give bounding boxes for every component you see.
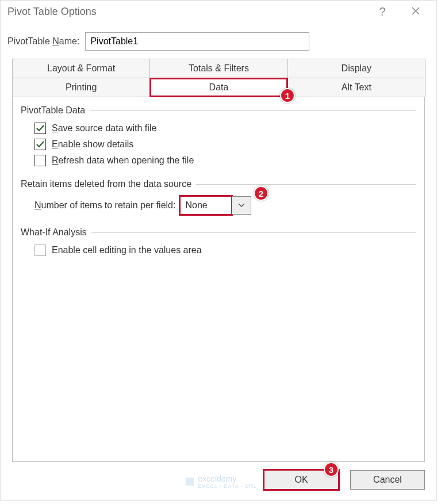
tab-data[interactable]: Data xyxy=(149,78,287,97)
svg-rect-0 xyxy=(185,478,193,486)
pivottable-name-label: PivotTable Name: xyxy=(7,36,79,47)
pivot-table-options-dialog: Pivot Table Options ? PivotTable Name: L… xyxy=(0,0,437,501)
watermark: exceldemy EXCEL · DATA · URL xyxy=(184,474,256,489)
callout-2: 2 xyxy=(254,186,269,201)
tab-strip: Layout & Format Totals & Filters Display… xyxy=(6,59,431,97)
label-enable-cell-editing: Enable cell editing in the values area xyxy=(52,245,202,255)
checkbox-enable-show-details[interactable] xyxy=(34,139,46,150)
tab-display[interactable]: Display xyxy=(287,59,425,78)
label-enable-show-details: Enable show details xyxy=(52,139,133,150)
cancel-button[interactable]: Cancel xyxy=(350,470,425,490)
tab-totals-filters[interactable]: Totals & Filters xyxy=(149,59,287,78)
group-retain-items: Retain items deleted from the data sourc… xyxy=(21,179,416,215)
pivottable-name-row: PivotTable Name: xyxy=(1,22,436,59)
checkbox-save-source-data[interactable] xyxy=(34,123,46,134)
callout-3: 3 xyxy=(324,462,339,477)
callout-1: 1 xyxy=(280,88,295,103)
tab-alt-text[interactable]: Alt Text xyxy=(287,78,425,97)
group-title-pivottable-data: PivotTable Data xyxy=(21,105,416,116)
group-pivottable-data: PivotTable Data Save source data with fi… xyxy=(21,105,416,166)
watermark-sub: EXCEL · DATA · URL xyxy=(198,483,256,489)
checkbox-refresh-on-open[interactable] xyxy=(34,155,46,166)
chevron-down-icon[interactable] xyxy=(232,196,251,215)
label-retain-per-field: Number of items to retain per field: xyxy=(34,200,175,211)
titlebar-buttons: ? xyxy=(374,5,430,18)
group-title-whatif: What-If Analysis xyxy=(21,227,416,238)
titlebar: Pivot Table Options ? xyxy=(1,1,436,22)
close-icon[interactable] xyxy=(408,5,424,18)
watermark-brand: exceldemy xyxy=(198,474,256,483)
tab-printing[interactable]: Printing xyxy=(12,78,150,97)
combo-retain-per-field[interactable]: None xyxy=(180,196,251,215)
label-refresh-on-open: Refresh data when opening the file xyxy=(52,155,194,166)
dialog-title: Pivot Table Options xyxy=(7,6,97,18)
group-title-retain-items: Retain items deleted from the data sourc… xyxy=(21,179,416,189)
tab-layout-format[interactable]: Layout & Format xyxy=(12,59,150,78)
combo-retain-per-field-value[interactable]: None xyxy=(180,196,232,215)
group-whatif: What-If Analysis Enable cell editing in … xyxy=(21,227,416,256)
help-icon[interactable]: ? xyxy=(374,5,390,18)
label-save-source-data: Save source data with file xyxy=(52,123,156,133)
checkbox-enable-cell-editing xyxy=(34,245,46,256)
pivottable-name-input[interactable] xyxy=(85,32,309,51)
tab-panel-data: PivotTable Data Save source data with fi… xyxy=(12,97,425,462)
watermark-icon xyxy=(184,476,194,487)
